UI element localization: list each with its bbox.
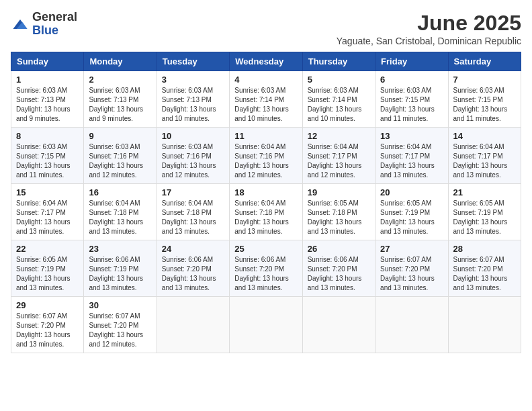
day-number: 14	[453, 131, 516, 141]
day-number: 29	[16, 300, 79, 310]
calendar-cell: 14Sunrise: 6:04 AM Sunset: 7:17 PM Dayli…	[448, 128, 521, 184]
cell-content: Sunrise: 6:05 AM Sunset: 7:19 PM Dayligh…	[16, 255, 79, 293]
day-number: 2	[89, 75, 151, 85]
logo: General Blue	[11, 11, 77, 38]
cell-content: Sunrise: 6:03 AM Sunset: 7:15 PM Dayligh…	[453, 86, 516, 124]
calendar-cell	[448, 297, 521, 353]
day-header-tuesday: Tuesday	[157, 52, 229, 71]
day-number: 1	[16, 75, 79, 85]
logo-blue-text: Blue	[32, 24, 58, 37]
day-number: 20	[380, 187, 443, 197]
day-number: 21	[453, 187, 516, 197]
calendar-cell	[375, 297, 448, 353]
day-number: 11	[234, 131, 297, 141]
day-number: 30	[89, 300, 151, 310]
cell-content: Sunrise: 6:04 AM Sunset: 7:18 PM Dayligh…	[162, 199, 224, 236]
day-number: 25	[234, 244, 297, 254]
day-number: 22	[16, 244, 79, 254]
day-number: 27	[380, 244, 443, 254]
calendar-header-row: SundayMondayTuesdayWednesdayThursdayFrid…	[11, 52, 521, 71]
day-number: 8	[16, 131, 79, 141]
cell-content: Sunrise: 6:03 AM Sunset: 7:13 PM Dayligh…	[16, 86, 79, 124]
day-number: 12	[308, 131, 370, 141]
cell-content: Sunrise: 6:05 AM Sunset: 7:19 PM Dayligh…	[380, 199, 443, 236]
day-header-sunday: Sunday	[11, 52, 84, 71]
cell-content: Sunrise: 6:06 AM Sunset: 7:20 PM Dayligh…	[234, 255, 297, 293]
cell-content: Sunrise: 6:04 AM Sunset: 7:16 PM Dayligh…	[234, 142, 297, 180]
cell-content: Sunrise: 6:07 AM Sunset: 7:20 PM Dayligh…	[380, 255, 443, 293]
cell-content: Sunrise: 6:06 AM Sunset: 7:19 PM Dayligh…	[89, 255, 151, 293]
calendar-cell: 12Sunrise: 6:04 AM Sunset: 7:17 PM Dayli…	[302, 128, 375, 184]
calendar-week-2: 8Sunrise: 6:03 AM Sunset: 7:15 PM Daylig…	[11, 128, 521, 184]
calendar-cell: 22Sunrise: 6:05 AM Sunset: 7:19 PM Dayli…	[11, 240, 84, 297]
day-number: 23	[89, 244, 151, 254]
month-title: June 2025	[337, 11, 521, 36]
day-number: 19	[308, 187, 370, 197]
calendar-cell: 20Sunrise: 6:05 AM Sunset: 7:19 PM Dayli…	[375, 184, 448, 240]
day-number: 3	[162, 75, 224, 85]
calendar-cell: 7Sunrise: 6:03 AM Sunset: 7:15 PM Daylig…	[448, 71, 521, 128]
calendar-cell: 3Sunrise: 6:03 AM Sunset: 7:13 PM Daylig…	[157, 71, 229, 128]
cell-content: Sunrise: 6:04 AM Sunset: 7:17 PM Dayligh…	[16, 199, 79, 236]
cell-content: Sunrise: 6:07 AM Sunset: 7:20 PM Dayligh…	[453, 255, 516, 293]
calendar-week-5: 29Sunrise: 6:07 AM Sunset: 7:20 PM Dayli…	[11, 297, 521, 353]
day-number: 10	[162, 131, 224, 141]
calendar-cell: 15Sunrise: 6:04 AM Sunset: 7:17 PM Dayli…	[11, 184, 84, 240]
cell-content: Sunrise: 6:03 AM Sunset: 7:16 PM Dayligh…	[89, 142, 151, 180]
calendar-cell: 23Sunrise: 6:06 AM Sunset: 7:19 PM Dayli…	[84, 240, 157, 297]
calendar-cell: 19Sunrise: 6:05 AM Sunset: 7:18 PM Dayli…	[302, 184, 375, 240]
day-number: 28	[453, 244, 516, 254]
cell-content: Sunrise: 6:03 AM Sunset: 7:14 PM Dayligh…	[234, 86, 297, 124]
calendar-cell: 11Sunrise: 6:04 AM Sunset: 7:16 PM Dayli…	[230, 128, 302, 184]
logo-general-text: General	[32, 10, 77, 24]
day-number: 15	[16, 187, 79, 197]
cell-content: Sunrise: 6:04 AM Sunset: 7:18 PM Dayligh…	[234, 199, 297, 236]
cell-content: Sunrise: 6:04 AM Sunset: 7:17 PM Dayligh…	[308, 142, 370, 180]
calendar-cell: 30Sunrise: 6:07 AM Sunset: 7:20 PM Dayli…	[84, 297, 157, 353]
day-number: 5	[308, 75, 370, 85]
calendar-cell: 9Sunrise: 6:03 AM Sunset: 7:16 PM Daylig…	[84, 128, 157, 184]
cell-content: Sunrise: 6:03 AM Sunset: 7:13 PM Dayligh…	[89, 86, 151, 124]
cell-content: Sunrise: 6:03 AM Sunset: 7:14 PM Dayligh…	[308, 86, 370, 124]
cell-content: Sunrise: 6:03 AM Sunset: 7:15 PM Dayligh…	[380, 86, 443, 124]
calendar-cell: 17Sunrise: 6:04 AM Sunset: 7:18 PM Dayli…	[157, 184, 229, 240]
calendar-cell: 26Sunrise: 6:06 AM Sunset: 7:20 PM Dayli…	[302, 240, 375, 297]
cell-content: Sunrise: 6:05 AM Sunset: 7:18 PM Dayligh…	[308, 199, 370, 236]
calendar-cell: 4Sunrise: 6:03 AM Sunset: 7:14 PM Daylig…	[230, 71, 302, 128]
calendar-week-1: 1Sunrise: 6:03 AM Sunset: 7:13 PM Daylig…	[11, 71, 521, 128]
cell-content: Sunrise: 6:06 AM Sunset: 7:20 PM Dayligh…	[162, 255, 224, 293]
calendar-cell: 8Sunrise: 6:03 AM Sunset: 7:15 PM Daylig…	[11, 128, 84, 184]
day-header-saturday: Saturday	[448, 52, 521, 71]
day-header-wednesday: Wednesday	[230, 52, 302, 71]
calendar-cell: 16Sunrise: 6:04 AM Sunset: 7:18 PM Dayli…	[84, 184, 157, 240]
day-number: 9	[89, 131, 151, 141]
calendar-cell	[302, 297, 375, 353]
calendar-cell: 27Sunrise: 6:07 AM Sunset: 7:20 PM Dayli…	[375, 240, 448, 297]
calendar-cell: 6Sunrise: 6:03 AM Sunset: 7:15 PM Daylig…	[375, 71, 448, 128]
cell-content: Sunrise: 6:04 AM Sunset: 7:18 PM Dayligh…	[89, 199, 151, 236]
calendar-week-3: 15Sunrise: 6:04 AM Sunset: 7:17 PM Dayli…	[11, 184, 521, 240]
calendar-week-4: 22Sunrise: 6:05 AM Sunset: 7:19 PM Dayli…	[11, 240, 521, 297]
calendar-table: SundayMondayTuesdayWednesdayThursdayFrid…	[11, 52, 521, 353]
day-number: 16	[89, 187, 151, 197]
day-number: 13	[380, 131, 443, 141]
cell-content: Sunrise: 6:05 AM Sunset: 7:19 PM Dayligh…	[453, 199, 516, 236]
logo-icon	[11, 15, 30, 34]
day-number: 24	[162, 244, 224, 254]
cell-content: Sunrise: 6:03 AM Sunset: 7:16 PM Dayligh…	[162, 142, 224, 180]
calendar-cell: 10Sunrise: 6:03 AM Sunset: 7:16 PM Dayli…	[157, 128, 229, 184]
day-number: 17	[162, 187, 224, 197]
day-header-thursday: Thursday	[302, 52, 375, 71]
day-header-friday: Friday	[375, 52, 448, 71]
cell-content: Sunrise: 6:04 AM Sunset: 7:17 PM Dayligh…	[380, 142, 443, 180]
calendar-cell: 25Sunrise: 6:06 AM Sunset: 7:20 PM Dayli…	[230, 240, 302, 297]
location-subtitle: Yaguate, San Cristobal, Dominican Republ…	[337, 36, 521, 46]
cell-content: Sunrise: 6:07 AM Sunset: 7:20 PM Dayligh…	[89, 312, 151, 349]
day-number: 4	[234, 75, 297, 85]
calendar-cell: 28Sunrise: 6:07 AM Sunset: 7:20 PM Dayli…	[448, 240, 521, 297]
calendar-cell: 29Sunrise: 6:07 AM Sunset: 7:20 PM Dayli…	[11, 297, 84, 353]
day-number: 18	[234, 187, 297, 197]
calendar-cell: 13Sunrise: 6:04 AM Sunset: 7:17 PM Dayli…	[375, 128, 448, 184]
cell-content: Sunrise: 6:03 AM Sunset: 7:13 PM Dayligh…	[162, 86, 224, 124]
cell-content: Sunrise: 6:04 AM Sunset: 7:17 PM Dayligh…	[453, 142, 516, 180]
